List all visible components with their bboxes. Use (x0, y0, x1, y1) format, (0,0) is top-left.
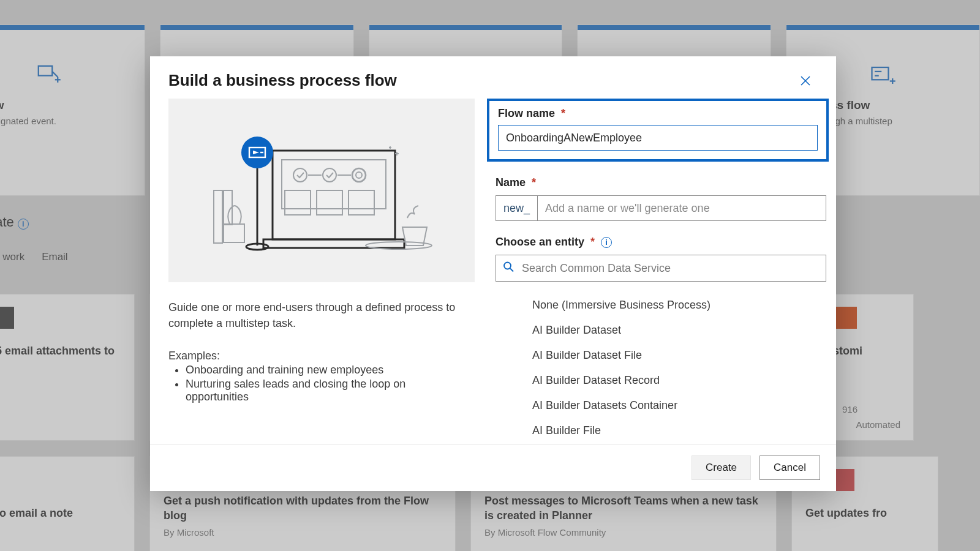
flow-name-field: Flow name * (487, 99, 829, 162)
example-item: Onboarding and training new employees (186, 364, 456, 377)
modal-title: Build a business process flow (168, 71, 397, 90)
svg-rect-17 (317, 190, 342, 215)
close-icon[interactable] (798, 73, 813, 88)
name-field: Name * new_ (496, 176, 826, 221)
entity-field: Choose an entity * i None (Immersive Bus… (496, 236, 826, 444)
build-bpf-modal: Build a business process flow (150, 56, 836, 491)
entity-option[interactable]: AI Builder Dataset Record (496, 368, 826, 393)
cancel-button[interactable]: Cancel (760, 455, 820, 480)
svg-point-28 (504, 263, 511, 269)
entity-option[interactable]: AI Builder Dataset File (496, 343, 826, 368)
name-input[interactable] (537, 195, 826, 221)
modal-right-pane: Flow name * Name * new_ Choose an entity (475, 97, 836, 444)
example-item: Nurturing sales leads and closing the lo… (186, 378, 456, 403)
svg-rect-18 (349, 190, 374, 215)
svg-rect-16 (285, 190, 311, 215)
svg-point-10 (293, 168, 307, 182)
flow-name-label: Flow name (498, 107, 555, 120)
svg-rect-25 (214, 190, 222, 243)
svg-point-14 (352, 168, 366, 182)
entity-search-input[interactable] (496, 255, 826, 282)
svg-rect-8 (263, 239, 404, 248)
entity-option[interactable]: AI Builder File (496, 418, 826, 443)
modal-description: Guide one or more end-users through a de… (168, 299, 456, 331)
required-asterisk: * (532, 176, 536, 189)
name-prefix: new_ (496, 195, 537, 221)
svg-line-29 (510, 269, 513, 272)
entity-option[interactable]: AI Builder Datasets Container (496, 393, 826, 418)
bpf-illustration (168, 99, 475, 282)
svg-rect-24 (224, 224, 244, 242)
create-button[interactable]: Create (692, 455, 751, 480)
svg-rect-7 (273, 151, 395, 239)
required-asterisk: * (590, 236, 595, 249)
info-icon[interactable]: i (601, 237, 612, 248)
svg-point-15 (356, 172, 362, 178)
required-asterisk: * (561, 107, 565, 120)
svg-point-23 (246, 244, 268, 250)
flow-name-input[interactable] (498, 125, 818, 151)
name-label: Name (496, 176, 526, 189)
examples-heading: Examples: (168, 350, 456, 362)
entity-option[interactable]: AI Builder File Attached Data (496, 443, 826, 444)
entity-list: None (Immersive Business Process) AI Bui… (496, 293, 826, 444)
svg-rect-9 (282, 160, 386, 209)
modal-left-pane: Guide one or more end-users through a de… (150, 97, 475, 444)
entity-option[interactable]: AI Builder Dataset (496, 318, 826, 343)
modal-footer: Create Cancel (150, 444, 836, 491)
search-icon (503, 261, 514, 276)
examples-list: Onboarding and training new employees Nu… (168, 364, 456, 403)
entity-label: Choose an entity (496, 236, 584, 249)
entity-option[interactable]: None (Immersive Business Process) (496, 293, 826, 318)
svg-point-12 (323, 168, 336, 182)
